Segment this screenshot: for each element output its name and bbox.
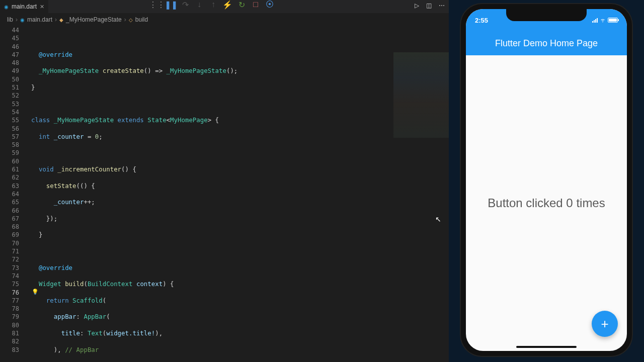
line-number-gutter: 4445464748495051525354555657585960616263… [0,26,28,362]
app-body: Button clicked 0 times [466,55,627,351]
tab-filename: main.dart [12,3,37,10]
method-icon: ◇ [129,17,133,23]
editor-pane: ◉ main.dart ✕ ⋮⋮ ❚❚ ↷ ↓ ↑ ⚡ ↻ □ ⦿ ▷ ◫ ⋯ … [0,0,449,362]
breadcrumb-file: main.dart [27,16,52,23]
signal-icon [592,18,598,23]
app-bar: Flutter Demo Home Page [466,31,627,55]
class-icon: ◆ [59,17,63,23]
dart-file-icon: ◉ [20,17,25,23]
counter-text: Button clicked 0 times [488,196,605,210]
restart-icon[interactable]: ↻ [238,1,245,8]
breadcrumb-method: build [135,16,148,23]
split-editor-icon[interactable]: ◫ [426,2,432,9]
battery-icon [608,18,618,23]
status-time: 2:55 [475,17,488,24]
editor-actions: ▷ ◫ ⋯ [415,2,445,9]
step-out-icon[interactable]: ↑ [210,1,217,8]
chevron-right-icon: › [55,16,57,23]
step-over-icon[interactable]: ↷ [182,1,189,8]
home-indicator [516,346,577,348]
phone-frame: 2:55 Flutter Demo Home Page Button click… [461,4,632,356]
file-tab[interactable]: ◉ main.dart ✕ [0,0,48,13]
devtools-icon[interactable]: ⦿ [266,1,273,8]
close-icon[interactable]: ✕ [40,4,44,10]
stop-icon[interactable]: □ [252,1,259,8]
code-content[interactable]: @override _MyHomePageState createState()… [28,26,253,362]
phone-screen: 2:55 Flutter Demo Home Page Button click… [466,9,627,351]
chevron-right-icon: › [16,16,18,23]
add-icon: + [601,316,608,332]
debug-toolbar: ⋮⋮ ❚❚ ↷ ↓ ↑ ⚡ ↻ □ ⦿ [153,1,273,8]
dart-file-icon: ◉ [4,4,9,10]
breadcrumb-class: _MyHomePageState [66,16,122,23]
tab-bar: ◉ main.dart ✕ ⋮⋮ ❚❚ ↷ ↓ ↑ ⚡ ↻ □ ⦿ ▷ ◫ ⋯ [0,0,449,13]
breadcrumb[interactable]: lib › ◉ main.dart › ◆ _MyHomePageState ›… [0,13,449,26]
chevron-right-icon: › [124,16,126,23]
step-into-icon[interactable]: ↓ [196,1,203,8]
device-preview-panel: 2:55 Flutter Demo Home Page Button click… [449,0,644,362]
run-icon[interactable]: ▷ [415,2,419,9]
hot-reload-icon[interactable]: ⚡ [224,1,231,8]
floating-action-button[interactable]: + [592,311,618,337]
app-bar-title: Flutter Demo Home Page [495,38,598,49]
code-editor[interactable]: 4445464748495051525354555657585960616263… [0,26,449,362]
drag-handle-icon[interactable]: ⋮⋮ [153,1,160,8]
breadcrumb-folder: lib [7,16,13,23]
minimap[interactable] [393,52,449,138]
wifi-icon [600,17,606,23]
pause-icon[interactable]: ❚❚ [168,1,175,8]
phone-notch [506,9,587,21]
status-icons [592,17,618,23]
more-icon[interactable]: ⋯ [439,2,445,9]
